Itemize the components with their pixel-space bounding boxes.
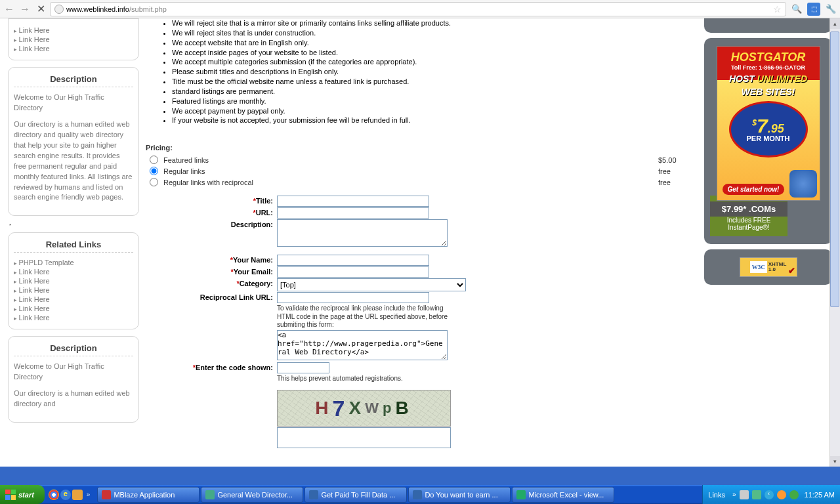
- xhtml-badge-box: W3C XHTML 1.0 ✔: [704, 249, 832, 285]
- pricing-price: $5.00: [658, 156, 698, 164]
- category-label: Category:: [240, 280, 273, 287]
- sidebar-link[interactable]: Link Here: [14, 267, 133, 276]
- rule-item: We will reject site that is a mirror sit…: [172, 18, 698, 28]
- right-sidebar: HOSTGATOR Toll Free: 1-866-96-GATOR HOST…: [704, 18, 832, 467]
- bookmark-star-icon[interactable]: ☆: [773, 4, 782, 14]
- vertical-scrollbar[interactable]: ▴ ▾: [830, 18, 840, 467]
- reciprocal-help: To validate the reciprocal link please i…: [277, 304, 448, 329]
- email-input[interactable]: [277, 266, 429, 278]
- sidebar-link[interactable]: Link Here: [14, 304, 133, 313]
- browser-toolbar: ← → ✕ www.weblinked.info/submit.php ☆ 🔍 …: [0, 0, 840, 18]
- sidebar-link[interactable]: Link Here: [14, 276, 133, 285]
- page-viewport: Link Here Link Here Link Here Descriptio…: [0, 18, 840, 467]
- main-content: We will reject site that is a mirror sit…: [146, 18, 698, 467]
- sidebar-link[interactable]: PHPLD Template: [14, 258, 133, 267]
- rule-item: If your website is not accepted, your su…: [172, 116, 698, 125]
- pricing-radio[interactable]: [150, 156, 158, 164]
- pricing-label: Regular links with reciprocal: [163, 178, 658, 186]
- left-sidebar: Link Here Link Here Link Here Descriptio…: [8, 18, 139, 467]
- checkmark-icon: ✔: [788, 266, 795, 276]
- url-input[interactable]: [277, 207, 429, 219]
- url-domain: www.weblinked.info: [66, 5, 129, 13]
- category-select[interactable]: [Top]: [277, 278, 466, 291]
- sidebar-link[interactable]: Link Here: [14, 313, 133, 322]
- url-label: URL:: [256, 209, 273, 217]
- desc-body: Our directory is a human edited web dire…: [14, 119, 133, 203]
- rule-item: Featured listings are monthly.: [172, 96, 698, 106]
- sidebar-link-list-top: Link Here Link Here Link Here: [14, 26, 133, 53]
- rule-item: Title must be the official website name …: [172, 77, 698, 87]
- title-label: Title:: [256, 197, 273, 205]
- stats-box: [704, 18, 832, 33]
- pricing-option: Regular linksfree: [146, 165, 698, 177]
- name-label: Your Name:: [233, 256, 273, 264]
- captcha-input[interactable]: [277, 362, 329, 373]
- wrench-icon[interactable]: 🔧: [824, 3, 837, 16]
- scroll-thumb[interactable]: [830, 32, 839, 307]
- pricing-label: Featured links: [163, 156, 658, 164]
- box-title: Description: [14, 74, 133, 84]
- description-input[interactable]: [277, 219, 448, 247]
- forward-button[interactable]: →: [18, 3, 32, 16]
- rule-item: We accept inside pages of your website t…: [172, 48, 698, 58]
- code-label: Enter the code shown:: [196, 364, 273, 371]
- reciprocal-code[interactable]: [277, 330, 448, 360]
- xhtml-valid-badge[interactable]: W3C XHTML 1.0 ✔: [740, 257, 797, 277]
- pricing-radio[interactable]: [150, 178, 158, 186]
- captcha-box: [277, 427, 451, 448]
- pricing-option: Regular links with reciprocalfree: [146, 177, 698, 188]
- url-bar[interactable]: www.weblinked.info/submit.php ☆: [50, 2, 786, 16]
- globe-icon: [54, 5, 64, 14]
- submit-form: *Title: *URL: Description: *Your Name: *…: [146, 196, 698, 448]
- extension-icon[interactable]: ⬚: [807, 3, 820, 16]
- rule-item: We accept multiple categories submission…: [172, 57, 698, 67]
- hostgator-ad[interactable]: HOSTGATOR Toll Free: 1-866-96-GATOR HOST…: [717, 46, 820, 201]
- desc-heading: Welcome to Our High Traffic Directory: [14, 93, 133, 114]
- pricing-price: free: [658, 178, 698, 186]
- rule-item: We accept payment by paypal only.: [172, 106, 698, 116]
- desc-body: Our directory is a human edited web dire…: [14, 388, 133, 410]
- pricing-label: Regular links: [163, 167, 658, 175]
- sidebar-link[interactable]: Link Here: [14, 35, 133, 44]
- pricing-price: free: [658, 167, 698, 175]
- box-title: Description: [14, 343, 133, 353]
- rule-item: We accept website that are in English on…: [172, 38, 698, 48]
- rule-item: We will reject sites that is under const…: [172, 28, 698, 38]
- name-input[interactable]: [277, 255, 429, 266]
- godaddy-ad[interactable]: $7.99* .COMs Includes FREE InstantPage®!: [710, 196, 788, 236]
- captcha-image: H7XWpB: [277, 390, 451, 427]
- scroll-down-arrow[interactable]: ▾: [830, 456, 840, 467]
- security-icon[interactable]: 🔍: [790, 3, 803, 16]
- pricing-heading: Pricing:: [146, 144, 698, 152]
- box-title: Related Links: [14, 240, 133, 249]
- stop-button[interactable]: ✕: [34, 3, 47, 16]
- email-label: Your Email:: [234, 268, 273, 276]
- scroll-up-arrow[interactable]: ▴: [830, 18, 840, 29]
- gator-mascot-icon: [789, 170, 817, 198]
- sidebar-link[interactable]: Link Here: [14, 285, 133, 295]
- rule-item: Please submit titles and descriptions in…: [172, 67, 698, 77]
- url-path: /submit.php: [129, 5, 167, 13]
- description-box: Description Welcome to Our High Traffic …: [8, 67, 139, 216]
- sidebar-link[interactable]: Link Here: [14, 44, 133, 53]
- rules-list: We will reject site that is a mirror sit…: [172, 18, 698, 125]
- ad-box-1: HOSTGATOR Toll Free: 1-866-96-GATOR HOST…: [704, 38, 832, 244]
- rule-item: standard listings are permanent.: [172, 87, 698, 96]
- title-input[interactable]: [277, 196, 429, 207]
- back-button[interactable]: ←: [3, 3, 16, 16]
- reciprocal-label: Reciprocal Link URL:: [200, 293, 273, 301]
- pricing-option: Featured links$5.00: [146, 154, 698, 165]
- captcha-help: This helps prevent automated registratio…: [277, 375, 403, 383]
- sidebar-link[interactable]: Link Here: [14, 295, 133, 304]
- reciprocal-input[interactable]: [277, 292, 429, 303]
- description-label: Description:: [231, 220, 273, 228]
- description-box-2: Description Welcome to Our High Traffic …: [8, 336, 139, 423]
- desc-heading: Welcome to Our High Traffic Directory: [14, 362, 133, 383]
- sidebar-link[interactable]: Link Here: [14, 26, 133, 35]
- related-links-box: Related Links PHPLD Template Link Here L…: [8, 232, 139, 329]
- pricing-radio[interactable]: [150, 167, 158, 175]
